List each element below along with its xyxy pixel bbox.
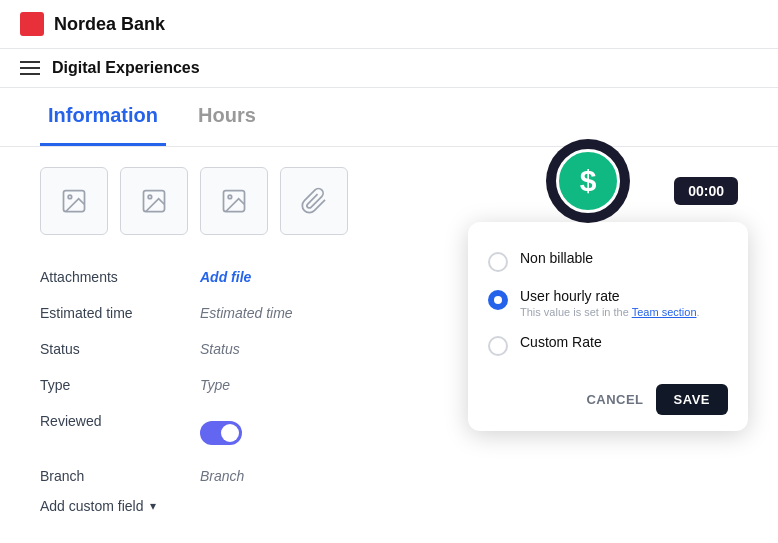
option-non-billable[interactable]: Non billable	[488, 242, 728, 280]
radio-custom-rate[interactable]	[488, 336, 508, 356]
user-hourly-rate-label: User hourly rate	[520, 288, 700, 304]
hamburger-icon[interactable]	[20, 61, 40, 75]
radio-non-billable[interactable]	[488, 252, 508, 272]
team-section-link[interactable]: Team section	[632, 306, 697, 318]
tab-hours[interactable]: Hours	[190, 88, 264, 146]
dollar-outer-circle: $	[546, 139, 630, 223]
logo-box	[20, 12, 44, 36]
main-content: Attachments Add file Estimated time Esti…	[0, 147, 778, 534]
dollar-symbol: $	[580, 164, 597, 198]
type-label: Type	[40, 367, 200, 403]
custom-rate-label: Custom Rate	[520, 334, 602, 350]
branch-label: Branch	[40, 458, 200, 494]
popup-actions: CANCEL SAVE	[488, 376, 728, 415]
nav-title: Digital Experiences	[52, 59, 200, 77]
svg-point-3	[148, 195, 152, 199]
thumbnail-2[interactable]	[120, 167, 188, 235]
estimated-time-label: Estimated time	[40, 295, 200, 331]
tabs-bar: Information Hours	[0, 88, 778, 147]
dollar-inner-circle: $	[556, 149, 620, 213]
thumbnail-attachment[interactable]	[280, 167, 348, 235]
non-billable-label: Non billable	[520, 250, 593, 266]
chevron-down-icon: ▾	[150, 499, 156, 513]
svg-point-5	[228, 195, 232, 199]
reviewed-label: Reviewed	[40, 403, 200, 458]
brand-name: Nordea Bank	[54, 14, 165, 35]
save-button[interactable]: SAVE	[656, 384, 728, 415]
add-custom-label: Add custom field	[40, 498, 144, 514]
svg-point-1	[68, 195, 72, 199]
reviewed-toggle[interactable]	[200, 421, 242, 445]
app-header: Nordea Bank	[0, 0, 778, 49]
user-hourly-rate-sublabel: This value is set in the Team section.	[520, 306, 700, 318]
option-user-hourly-rate[interactable]: User hourly rate This value is set in th…	[488, 280, 728, 326]
navbar: Digital Experiences	[0, 49, 778, 88]
toggle-thumb	[221, 424, 239, 442]
cancel-button[interactable]: CANCEL	[586, 384, 643, 415]
timer-badge[interactable]: 00:00	[674, 177, 738, 205]
status-label: Status	[40, 331, 200, 367]
attachments-label: Attachments	[40, 259, 200, 295]
tab-information[interactable]: Information	[40, 88, 166, 146]
dollar-button-wrapper[interactable]: $	[546, 139, 630, 223]
branch-value[interactable]: Branch	[200, 458, 738, 494]
add-custom-field[interactable]: Add custom field ▾	[40, 498, 738, 514]
radio-user-hourly-rate[interactable]	[488, 290, 508, 310]
billing-popup: Non billable User hourly rate This value…	[468, 222, 748, 431]
option-custom-rate[interactable]: Custom Rate	[488, 326, 728, 364]
thumbnail-1[interactable]	[40, 167, 108, 235]
thumbnail-3[interactable]	[200, 167, 268, 235]
